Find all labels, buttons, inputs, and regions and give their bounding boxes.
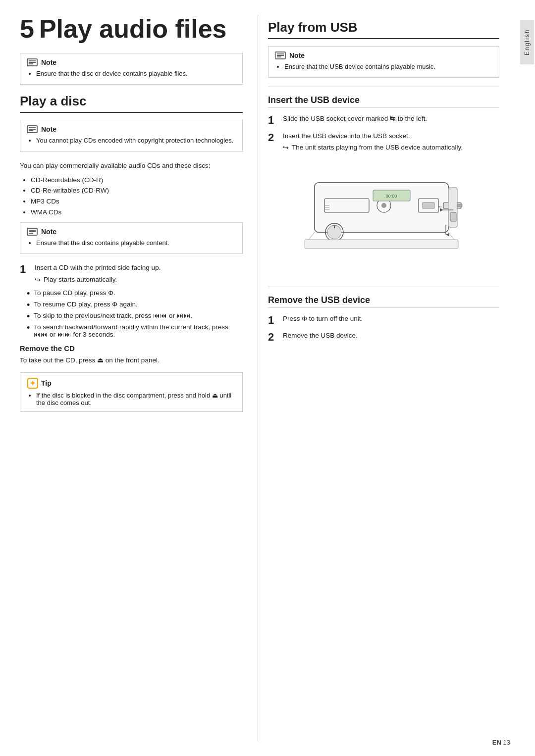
disc-type-item: CD-Re-writables (CD-RW) — [31, 185, 243, 196]
insert-usb-heading: Insert the USB device — [268, 95, 499, 108]
note-list-3: Ensure that the disc contains playable c… — [27, 239, 235, 248]
device-illustration: 00:00 ⇐ — [268, 163, 499, 277]
divider-1 — [268, 87, 499, 87]
note-box-2: Note You cannot play CDs encoded with co… — [20, 120, 243, 151]
note-box-1: Note Ensure that the disc or device cont… — [20, 53, 243, 85]
page-number: 13 — [503, 739, 510, 746]
note-label-usb: Note — [289, 51, 305, 59]
chapter-title: 5Play audio files — [20, 15, 243, 43]
usb-step2-arrow-text: The unit starts playing from the USB dev… — [292, 143, 463, 152]
svg-rect-32 — [450, 212, 456, 221]
note-label-1: Note — [41, 58, 56, 66]
remove-cd-heading: Remove the CD — [20, 344, 243, 353]
note-label-2: Note — [41, 125, 56, 133]
usb-step1-text: Slide the USB socket cover marked ↹ to t… — [283, 115, 427, 122]
tip-list: If the disc is blocked in the disc compa… — [27, 392, 235, 406]
usb-step-2: 2 Insert the USB device into the USB soc… — [268, 131, 499, 153]
tip-label: Tip — [41, 379, 52, 387]
note-list-1: Ensure that the disc or device contains … — [27, 69, 235, 78]
page-footer: EN 13 — [492, 739, 510, 746]
note-header-2: Note — [27, 125, 235, 133]
main-content: 5Play audio files Note — [0, 0, 519, 756]
disc-type-item: CD-Recordables (CD-R) — [31, 175, 243, 186]
chapter-number: 5 — [20, 14, 34, 43]
right-column: Play from USB Note Ensure that — [258, 15, 499, 741]
remove-usb-heading: Remove the USB device — [268, 295, 499, 308]
note-item-3: Ensure that the disc contains playable c… — [36, 239, 235, 248]
device-svg: 00:00 ⇐ — [300, 163, 468, 277]
svg-text:✦: ✦ — [30, 379, 36, 387]
svg-rect-24 — [423, 202, 434, 208]
page-container: English 5Play audio files — [0, 0, 535, 756]
remove-usb-step-1: 1 Press Φ to turn off the unit. — [268, 314, 499, 327]
note-icon-2 — [27, 125, 38, 133]
play-usb-heading: Play from USB — [268, 20, 499, 39]
remove-usb-step2-text: Remove the USB device. — [283, 332, 358, 339]
note-icon-3 — [27, 228, 38, 236]
tip-item: If the disc is blocked in the disc compa… — [36, 392, 235, 406]
remove-usb-step1-text: Press Φ to turn off the unit. — [283, 315, 363, 322]
disc-bullet-3: • To skip to the previous/next track, pr… — [20, 312, 243, 321]
note-header-3: Note — [27, 228, 235, 236]
disc-bullet-1: • To pause CD play, press Φ. — [20, 289, 243, 298]
tip-header: ✦ Tip — [27, 378, 235, 389]
note-icon-1 — [27, 58, 38, 66]
disc-type-list: CD-Recordables (CD-R) CD-Re-writables (C… — [20, 175, 243, 217]
disc-step1-arrow-text: Play starts automatically. — [44, 275, 117, 285]
svg-text:⇐: ⇐ — [438, 204, 442, 209]
side-tab: English — [519, 0, 535, 756]
svg-text:00:00: 00:00 — [385, 194, 397, 199]
language-tab: English — [520, 20, 534, 64]
svg-point-22 — [381, 203, 386, 208]
usb-step2-arrow-note: ↪ The unit starts playing from the USB d… — [283, 143, 499, 153]
note-list-2: You cannot play CDs encoded with copyrig… — [27, 136, 235, 145]
note-item-usb: Ensure that the USB device contains play… — [284, 62, 492, 71]
usb-step-1: 1 Slide the USB socket cover marked ↹ to… — [268, 114, 499, 127]
note-box-usb: Note Ensure that the USB device contains… — [268, 46, 499, 78]
divider-2 — [268, 287, 499, 287]
disc-step1-text: Insert a CD with the printed side facing… — [35, 264, 160, 271]
disc-bullet-4: • To search backward/forward rapidly wit… — [20, 323, 243, 338]
disc-type-item: WMA CDs — [31, 207, 243, 218]
note-label-3: Note — [41, 228, 56, 236]
note-list-usb: Ensure that the USB device contains play… — [275, 62, 492, 71]
note-item-2: You cannot play CDs encoded with copyrig… — [36, 136, 235, 145]
note-header-1: Note — [27, 58, 235, 66]
play-disc-heading: Play a disc — [20, 94, 243, 113]
note-box-3: Note Ensure that the disc contains playa… — [20, 222, 243, 254]
remove-cd-text: To take out the CD, press ⏏ on the front… — [20, 355, 243, 365]
remove-usb-step-2: 2 Remove the USB device. — [268, 331, 499, 344]
note-header-usb: Note — [275, 51, 492, 59]
tip-box: ✦ Tip If the disc is blocked in the disc… — [20, 372, 243, 412]
tip-icon: ✦ — [27, 378, 38, 389]
usb-step2-text: Insert the USB device into the USB socke… — [283, 132, 410, 140]
disc-bullet-2: • To resume CD play, press Φ again. — [20, 301, 243, 309]
page-number-prefix: EN — [492, 739, 501, 746]
note-icon-usb — [275, 51, 286, 59]
left-column: 5Play audio files Note — [20, 15, 258, 741]
intro-text: You can play commercially available audi… — [20, 161, 243, 171]
disc-step1-arrow-note: ↪ Play starts automatically. — [35, 275, 243, 285]
disc-step-1: 1 Insert a CD with the printed side faci… — [20, 263, 243, 285]
note-item: Ensure that the disc or device contains … — [36, 69, 235, 78]
svg-rect-36 — [305, 240, 458, 249]
disc-type-item: MP3 CDs — [31, 196, 243, 207]
